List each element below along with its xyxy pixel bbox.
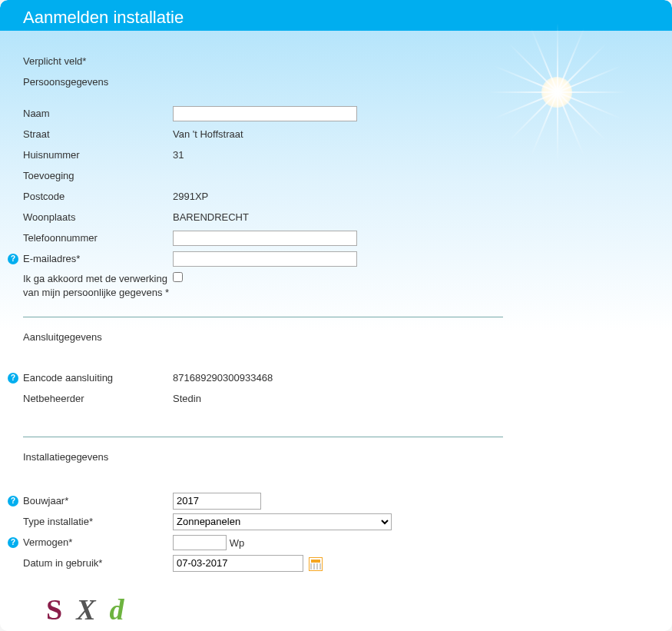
help-icon[interactable]: ? xyxy=(8,373,18,384)
section-installation: Installatiegegevens xyxy=(23,451,108,463)
divider xyxy=(23,317,503,317)
form-content: Verplicht veld* Persoonsgegevens Naam St… xyxy=(0,35,672,631)
build-year-input[interactable] xyxy=(173,493,261,510)
value-eancode: 871689290300933468 xyxy=(173,372,649,384)
label-install-type: Type installatie* xyxy=(23,516,173,527)
page-container: Aanmelden installatie Verplicht veld* Pe… xyxy=(0,0,672,631)
help-icon[interactable]: ? xyxy=(8,254,18,264)
captcha: S X d xyxy=(46,593,649,626)
required-note: Verplicht veld* xyxy=(23,55,173,67)
value-operator: Stedin xyxy=(173,393,649,404)
label-addition: Toevoeging xyxy=(23,170,173,181)
power-input[interactable] xyxy=(173,535,227,550)
power-unit: Wp xyxy=(230,536,245,548)
captcha-char-3: d xyxy=(110,593,124,626)
phone-input[interactable] xyxy=(173,231,357,246)
value-street: Van 't Hoffstraat xyxy=(173,128,649,140)
value-city: BARENDRECHT xyxy=(173,211,649,223)
name-input[interactable] xyxy=(173,106,357,121)
consent-checkbox[interactable] xyxy=(173,272,183,282)
captcha-char-1: S xyxy=(46,593,62,626)
label-city: Woonplaats xyxy=(23,211,173,223)
label-house-no: Huisnummer xyxy=(23,149,173,161)
label-consent: Ik ga akkoord met de verwerking van mijn… xyxy=(23,272,173,300)
label-street: Straat xyxy=(23,128,173,140)
divider xyxy=(23,437,503,437)
value-house-no: 31 xyxy=(173,149,649,161)
section-connection: Aansluitgegevens xyxy=(23,331,102,343)
label-eancode: Eancode aansluiting xyxy=(23,372,173,384)
captcha-char-2: X xyxy=(76,593,95,626)
label-date-in-use: Datum in gebruik* xyxy=(23,557,173,569)
label-postcode: Postcode xyxy=(23,191,173,202)
label-phone: Telefoonnummer xyxy=(23,232,173,244)
label-email: E-mailadres* xyxy=(23,253,173,264)
label-power: Vermogen* xyxy=(23,536,173,548)
help-icon[interactable]: ? xyxy=(8,496,18,506)
install-type-select[interactable]: Zonnepanelen xyxy=(173,513,392,530)
value-postcode: 2991XP xyxy=(173,191,649,202)
label-build-year: Bouwjaar* xyxy=(23,495,173,506)
email-input[interactable] xyxy=(173,251,357,267)
section-personal: Persoonsgegevens xyxy=(23,76,108,88)
label-name: Naam xyxy=(23,108,173,119)
date-in-use-input[interactable] xyxy=(173,555,303,572)
help-icon[interactable]: ? xyxy=(8,537,18,548)
calendar-icon[interactable] xyxy=(309,557,323,571)
label-operator: Netbeheerder xyxy=(23,393,173,404)
